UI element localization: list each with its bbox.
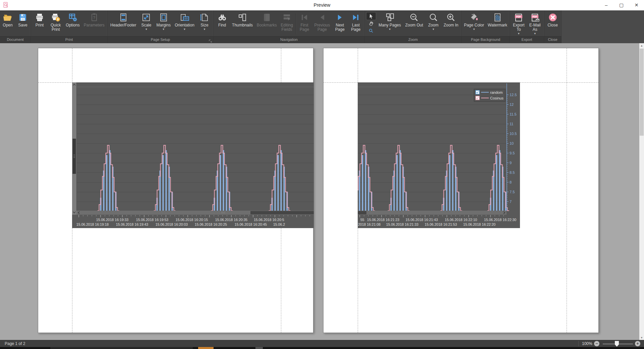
margin-guide-right-upper[interactable] bbox=[281, 48, 281, 82]
ribbon-group-export: PDFExport To▼PDFE-Mail As▼Export bbox=[510, 10, 544, 43]
bar-random bbox=[281, 150, 282, 211]
button-caption: Margins bbox=[156, 23, 171, 27]
thumbnails-button[interactable]: Thumbnails bbox=[231, 12, 254, 27]
x-axis-label: 15.06.2018 16:19:43 bbox=[116, 222, 149, 226]
button-caption: Save bbox=[18, 23, 27, 27]
scale-button[interactable]: Scale▼ bbox=[139, 12, 154, 31]
pointer-icon bbox=[368, 13, 374, 19]
orientation-button[interactable]: Orientation▼ bbox=[173, 12, 196, 31]
x-axis-label: 15.06.2018 16:21:23 bbox=[367, 218, 400, 222]
zoom-menu-button[interactable]: Zoom▼ bbox=[426, 12, 441, 31]
button-caption: Zoom bbox=[428, 23, 438, 27]
first-page-button: First Page bbox=[297, 12, 312, 32]
pointer-tool-button[interactable] bbox=[366, 12, 376, 20]
x-axis-label: 15.06.2018 16:22:30 bbox=[484, 218, 517, 222]
preview-surface: 15.06.2018 16:19:3315.06.2018 16:19:5315… bbox=[0, 43, 644, 340]
minimize-button[interactable]: – bbox=[599, 0, 614, 10]
ribbon-group-print: PrintQuick PrintOptions?ParametersPrint bbox=[31, 10, 108, 43]
find-button[interactable]: Find bbox=[215, 12, 230, 27]
y-axis-label: 10.5 bbox=[510, 132, 517, 136]
watermark-button[interactable]: Watermark bbox=[486, 12, 509, 27]
header-footer-button[interactable]: Header/Footer bbox=[109, 12, 137, 27]
x-axis-label: 15.06.2018 16:21:53 bbox=[425, 222, 457, 226]
chart-hscrollbar-track bbox=[358, 211, 507, 215]
many-pages-icon bbox=[385, 12, 395, 22]
status-bar: Page 1 of 2 100% − + bbox=[0, 340, 644, 347]
group-label-pagebg: Page Background bbox=[462, 36, 510, 43]
zoom-out-button[interactable]: Zoom Out bbox=[404, 12, 424, 27]
margin-guide-right[interactable] bbox=[567, 48, 567, 333]
print-button[interactable]: Print bbox=[32, 12, 47, 27]
save-button[interactable]: Save bbox=[15, 12, 30, 27]
next-page-icon bbox=[335, 12, 345, 22]
margins-button[interactable]: Margins▼ bbox=[155, 12, 172, 31]
bar-random bbox=[496, 155, 497, 211]
last-page-icon bbox=[351, 12, 361, 22]
size-button[interactable]: Size▼ bbox=[197, 12, 212, 31]
y-axis-label: 9.5 bbox=[510, 151, 515, 155]
bar-random bbox=[106, 155, 108, 211]
preview-page-2: 5515.06.2018 16:21:2315.06.2018 16:21:43… bbox=[323, 48, 599, 333]
bar-random bbox=[223, 150, 224, 211]
previous-page-button: Previous Page bbox=[313, 12, 332, 32]
scroll-up-icon[interactable]: ▲ bbox=[639, 43, 644, 48]
editing-fields-button: Editing Fields bbox=[279, 12, 294, 32]
maximize-button[interactable]: ▢ bbox=[614, 0, 629, 10]
margin-guide-left-upper[interactable] bbox=[72, 48, 72, 82]
zoom-out-button[interactable]: − bbox=[594, 341, 599, 346]
x-axis-label: 55 bbox=[360, 218, 364, 222]
preview-page-1: 15.06.2018 16:19:3315.06.2018 16:19:5315… bbox=[38, 48, 313, 333]
legend-entry-label: random bbox=[490, 90, 503, 94]
x-axis-label: 15.06.2018 16:20:5 bbox=[254, 218, 284, 222]
email-as-button[interactable]: PDFE-Mail As▼ bbox=[528, 12, 542, 35]
y-axis-label: 11.5 bbox=[510, 112, 517, 116]
magnifier-tool-button[interactable] bbox=[366, 27, 376, 34]
margin-guide-left-upper[interactable] bbox=[358, 48, 358, 82]
ribbon-group-pagebg: Page Color▼WatermarkPage Background bbox=[462, 10, 510, 43]
button-caption: Close bbox=[547, 23, 558, 27]
x-axis-label: 15.06.2018 16:20:15 bbox=[176, 218, 208, 222]
ribbon-toolbar: OpenSaveDocumentPrintQuick PrintOptions?… bbox=[0, 10, 644, 43]
x-axis-label: 15.06.2018 16:19:53 bbox=[136, 218, 169, 222]
many-pages-button[interactable]: Many Pages▼ bbox=[377, 12, 402, 31]
group-label-print: Print bbox=[31, 36, 107, 43]
zoom-in-button[interactable]: + bbox=[635, 341, 640, 346]
open-button[interactable]: Open bbox=[0, 12, 15, 27]
page-indicator: Page 1 of 2 bbox=[5, 341, 25, 346]
close-window-button[interactable]: ✕ bbox=[629, 0, 644, 10]
header-footer-icon bbox=[118, 12, 128, 22]
last-page-button[interactable]: Last Page bbox=[348, 12, 363, 32]
export-to-button[interactable]: PDFExport To▼ bbox=[511, 12, 526, 35]
group-label-close: Close bbox=[544, 36, 561, 43]
margin-guide-left-lower[interactable] bbox=[72, 228, 72, 333]
zoom-slider-thumb[interactable] bbox=[615, 341, 619, 347]
svg-text:?: ? bbox=[93, 15, 95, 20]
open-icon bbox=[3, 12, 13, 22]
print-icon bbox=[35, 12, 45, 22]
hand-tool-button[interactable] bbox=[366, 20, 376, 27]
zoom-in-button[interactable]: Zoom In bbox=[442, 12, 460, 27]
vertical-scrollbar-thumb[interactable] bbox=[640, 49, 644, 136]
options-button[interactable]: Options bbox=[64, 12, 81, 27]
x-axis-label: 15.06.2018 16:20:35 bbox=[215, 218, 248, 222]
button-caption: Orientation bbox=[175, 23, 194, 27]
zoom-in-icon bbox=[446, 12, 456, 22]
x-axis-label: 15.06.2018 16:21:33 bbox=[386, 222, 419, 226]
x-axis-label: 15.06.2018 16:22:10 bbox=[445, 218, 477, 222]
button-caption: Last Page bbox=[351, 23, 360, 32]
taskbar-sliver bbox=[0, 347, 644, 349]
report-chart-page-2: 5515.06.2018 16:21:2315.06.2018 16:21:43… bbox=[358, 82, 520, 228]
button-caption: Watermark bbox=[488, 23, 507, 27]
button-caption: Scale bbox=[141, 23, 151, 27]
margin-guide-right-lower[interactable] bbox=[281, 228, 281, 333]
page-color-button[interactable]: Page Color▼ bbox=[463, 12, 485, 31]
quick-print-button[interactable]: Quick Print bbox=[48, 12, 63, 32]
vertical-scrollbar[interactable]: ▲ ▼ bbox=[639, 43, 644, 340]
scroll-down-icon[interactable]: ▼ bbox=[639, 335, 644, 340]
next-page-button[interactable]: Next Page bbox=[333, 12, 347, 32]
button-caption: Export To bbox=[513, 23, 525, 32]
close-preview-button[interactable]: Close bbox=[545, 12, 560, 27]
margin-guide-left-lower[interactable] bbox=[358, 228, 358, 333]
bar-random bbox=[365, 150, 366, 211]
button-caption: Size bbox=[200, 23, 208, 27]
